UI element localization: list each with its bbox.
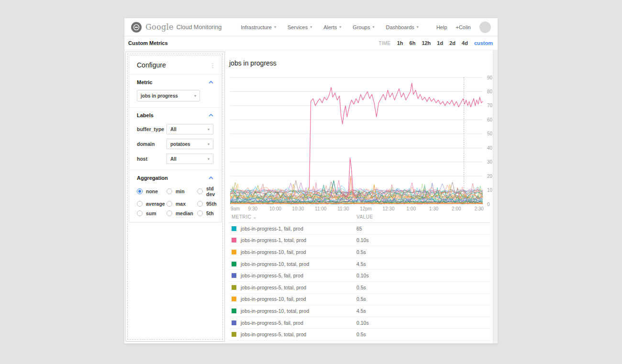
table-row[interactable]: jobs-in-progress-5, total, prod0.5s xyxy=(229,329,490,341)
chevron-down-icon: ▾ xyxy=(194,94,196,98)
time-range-selector: TIME 1h6h12h1d2d4d custom xyxy=(378,40,493,46)
account-link[interactable]: +Colin xyxy=(456,24,471,30)
vertical-scrollbar[interactable] xyxy=(493,50,498,343)
aggregation-option-95th[interactable]: 95th xyxy=(197,201,217,207)
nav-item-groups[interactable]: Groups▾ xyxy=(353,24,374,30)
value-cell: 0.10s xyxy=(356,237,490,243)
overflow-menu-icon[interactable]: ⋮ xyxy=(210,62,214,68)
metric-cell: jobs-in-progress-1, fail, prod xyxy=(232,226,356,232)
table-row[interactable]: jobs-in-progress-10, total, prod4.5s xyxy=(229,305,490,317)
time-range-1h[interactable]: 1h xyxy=(397,40,403,46)
series-color-swatch xyxy=(232,273,236,278)
series-color-swatch xyxy=(232,332,236,337)
time-range-2d[interactable]: 2d xyxy=(449,40,455,46)
time-range-6h[interactable]: 6h xyxy=(410,40,416,46)
nav-item-services[interactable]: Services▾ xyxy=(288,24,312,30)
metric-name: jobs-in-progress-5, fail, prod xyxy=(241,320,303,326)
value-cell: 0.10s xyxy=(356,320,490,326)
value-cell: 65 xyxy=(356,226,490,232)
help-link[interactable]: Help xyxy=(436,24,447,30)
metric-cell: jobs-in-progress-10, total, prod xyxy=(232,308,356,314)
collapse-aggregation-icon[interactable] xyxy=(209,176,213,179)
series-color-swatch xyxy=(232,285,236,290)
header-right: Help +Colin xyxy=(436,22,491,33)
chevron-down-icon: ▾ xyxy=(274,25,276,29)
aggregation-option-max[interactable]: max xyxy=(167,201,197,207)
collapse-metric-icon[interactable] xyxy=(209,81,213,84)
nav-item-label: Infrastructure xyxy=(241,24,272,30)
svg-text:90: 90 xyxy=(487,75,493,80)
time-range-custom[interactable]: custom xyxy=(474,40,493,46)
avatar[interactable] xyxy=(479,22,491,33)
aggregation-option-label: average xyxy=(146,201,165,207)
stackdriver-logo-icon[interactable] xyxy=(131,22,142,33)
nav-item-infrastructure[interactable]: Infrastructure▾ xyxy=(241,24,276,30)
filter-select-buffer_type[interactable]: All▾ xyxy=(167,124,213,134)
aggregation-option-std-dev[interactable]: std dev xyxy=(197,186,217,197)
timeseries-chart[interactable]: 01020304050607080909am9:3010:0010:3011:0… xyxy=(230,71,493,215)
time-range-12h[interactable]: 12h xyxy=(422,40,431,46)
series-color-swatch xyxy=(232,238,236,243)
filter-label: buffer_type xyxy=(137,126,167,132)
aggregation-option-none[interactable]: none xyxy=(137,186,167,197)
nav-item-label: Alerts xyxy=(323,24,337,30)
radio-icon xyxy=(167,201,172,207)
aggregation-option-label: median xyxy=(176,210,193,216)
chart-panel: jobs in progress 01020304050607080909am9… xyxy=(229,50,493,343)
radio-icon xyxy=(197,210,203,216)
metric-cell: jobs-in-progress-5, fail, prod xyxy=(232,273,356,278)
time-range-1d[interactable]: 1d xyxy=(437,40,443,46)
svg-text:10:00: 10:00 xyxy=(269,206,281,211)
table-row[interactable]: jobs-in-progress-10, fail, prod0.5s xyxy=(229,294,490,306)
filter-select-host[interactable]: All▾ xyxy=(167,154,213,164)
series-color-swatch xyxy=(232,226,236,231)
page-title: Custom Metrics xyxy=(128,40,168,46)
aggregation-option-median[interactable]: median xyxy=(167,210,197,216)
aggregation-option-min[interactable]: min xyxy=(167,186,197,197)
aggregation-option-label: 5th xyxy=(206,210,214,216)
filter-select-domain[interactable]: potatoes▾ xyxy=(167,139,213,149)
table-row[interactable]: jobs-in-progress-5, total, prod0.5s xyxy=(229,282,490,294)
aggregation-option-label: min xyxy=(176,188,185,194)
aggregation-section-label: Aggregation xyxy=(137,175,168,181)
aggregation-option-label: none xyxy=(146,188,158,194)
filter-row-host: hostAll▾ xyxy=(137,154,213,164)
svg-text:70: 70 xyxy=(487,103,493,108)
svg-text:80: 80 xyxy=(487,89,493,94)
metric-name: jobs-in-progress-10, total, prod xyxy=(241,308,309,314)
radio-icon xyxy=(167,188,172,194)
metric-cell: jobs-in-progress-10, fail, prod xyxy=(232,249,356,255)
metric-cell: jobs-in-progress-5, fail, prod xyxy=(232,320,356,326)
metric-select[interactable]: jobs in progress ▾ xyxy=(137,90,200,101)
time-range-4d[interactable]: 4d xyxy=(462,40,468,46)
metric-select-value: jobs in progress xyxy=(141,93,178,99)
main-nav: Infrastructure▾Services▾Alerts▾Groups▾Da… xyxy=(241,24,419,30)
metric-cell: jobs-in-progress-1, total, prod xyxy=(232,237,356,243)
aggregation-option-average[interactable]: average xyxy=(137,201,167,207)
table-row[interactable]: jobs-in-progress-1, total, prod0.10s xyxy=(229,235,490,247)
table-row[interactable]: jobs-in-progress-10, total, prod4.5s xyxy=(229,258,490,270)
aggregation-option-label: max xyxy=(176,201,186,207)
table-row[interactable]: jobs-in-progress-10, fail, prod0.5s xyxy=(229,246,490,258)
series-color-swatch xyxy=(232,297,236,301)
svg-text:12:30: 12:30 xyxy=(382,206,394,211)
radio-icon xyxy=(197,201,203,207)
svg-text:10:30: 10:30 xyxy=(292,206,304,211)
chevron-down-icon: ▾ xyxy=(208,127,210,132)
nav-item-dashboards[interactable]: Dashboards▾ xyxy=(386,24,418,30)
chevron-down-icon: ▾ xyxy=(339,25,341,29)
collapse-labels-icon[interactable] xyxy=(209,114,213,117)
col-metric[interactable]: METRIC⌄ xyxy=(232,214,356,220)
aggregation-option-sum[interactable]: sum xyxy=(137,210,167,216)
content-body: Configure ⋮ Metric jobs in progress ▾ xyxy=(124,50,498,343)
metric-cell: jobs-in-progress-10, fail, prod xyxy=(232,296,356,302)
table-row[interactable]: jobs-in-progress-5, fail, prod0.10s xyxy=(229,317,490,329)
table-row[interactable]: jobs-in-progress-5, fail, prod0.10s xyxy=(229,270,490,282)
nav-item-alerts[interactable]: Alerts▾ xyxy=(323,24,341,30)
aggregation-options: noneaveragesumminmaxmedianstd dev95th5th xyxy=(137,186,213,216)
table-row[interactable]: jobs-in-progress-1, fail, prod65 xyxy=(229,223,490,235)
metric-cell: jobs-in-progress-10, total, prod xyxy=(232,261,356,267)
svg-text:2:00: 2:00 xyxy=(452,206,461,211)
aggregation-option-5th[interactable]: 5th xyxy=(197,210,217,216)
svg-text:50: 50 xyxy=(487,131,493,136)
